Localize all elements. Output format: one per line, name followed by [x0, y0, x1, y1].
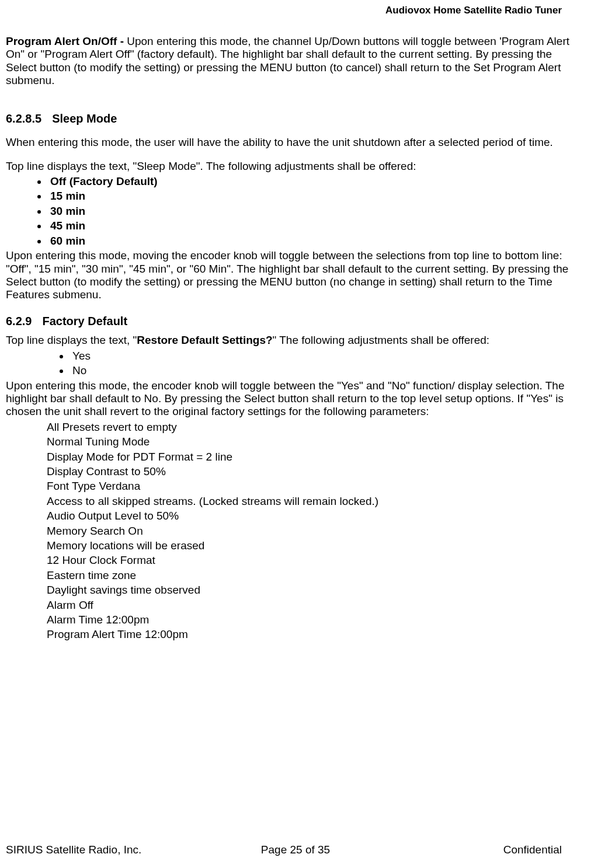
list-item: 15 min	[48, 190, 585, 203]
defaults-list: All Presets revert to empty Normal Tunin…	[47, 421, 585, 642]
text: Top line displays the text, "	[6, 334, 137, 346]
paragraph-sleep-behavior: Upon entering this mode, moving the enco…	[6, 249, 585, 302]
list-item: Alarm Time 12:00pm	[47, 613, 585, 626]
paragraph-restore-behavior: Upon entering this mode, the encoder kno…	[6, 379, 585, 419]
page: Audiovox Home Satellite Radio Tuner Prog…	[0, 0, 591, 868]
lead-label: Program Alert On/Off -	[6, 35, 127, 47]
list-item: Yes	[70, 350, 585, 362]
list-item: Display Contrast to 50%	[47, 465, 585, 478]
list-item: Off (Factory Default)	[48, 175, 585, 188]
yes-no-list: Yes No	[6, 350, 585, 378]
list-item: 45 min	[48, 219, 585, 232]
heading-sleep-mode: 6.2.8.5Sleep Mode	[6, 112, 585, 126]
paragraph-restore-topline: Top line displays the text, "Restore Def…	[6, 334, 585, 347]
footer-page-number: Page 25 of 35	[6, 843, 585, 856]
list-item: All Presets revert to empty	[47, 421, 585, 434]
list-item: 60 min	[48, 235, 585, 247]
list-item: Memory locations will be erased	[47, 539, 585, 552]
list-item: Daylight savings time observed	[47, 584, 585, 597]
list-item: Eastern time zone	[47, 569, 585, 582]
list-item: Normal Tuning Mode	[47, 435, 585, 448]
restore-question: Restore Default Settings?	[137, 334, 272, 346]
paragraph-program-alert: Program Alert On/Off - Upon entering thi…	[6, 35, 585, 88]
section-number: 6.2.8.5	[6, 112, 41, 125]
paragraph-sleep-intro: When entering this mode, the user will h…	[6, 136, 585, 149]
section-title: Factory Default	[42, 315, 127, 327]
footer-confidential: Confidential	[503, 843, 562, 856]
section-title: Sleep Mode	[52, 112, 117, 125]
list-item: No	[70, 364, 585, 377]
list-item: Memory Search On	[47, 525, 585, 538]
paragraph-sleep-topline: Top line displays the text, "Sleep Mode"…	[6, 160, 585, 173]
list-item: 30 min	[48, 205, 585, 218]
list-item: Font Type Verdana	[47, 480, 585, 493]
section-number: 6.2.9	[6, 315, 32, 327]
heading-factory-default: 6.2.9Factory Default	[6, 315, 585, 329]
page-header: Audiovox Home Satellite Radio Tuner	[6, 5, 585, 16]
text: " The following adjustments shall be off…	[273, 334, 489, 346]
list-item: 12 Hour Clock Format	[47, 554, 585, 567]
list-item: Audio Output Level to 50%	[47, 510, 585, 522]
list-item: Access to all skipped streams. (Locked s…	[47, 495, 585, 508]
list-item: Display Mode for PDT Format = 2 line	[47, 451, 585, 463]
list-item: Program Alert Time 12:00pm	[47, 628, 585, 641]
list-item: Alarm Off	[47, 599, 585, 612]
sleep-options-list: Off (Factory Default) 15 min 30 min 45 m…	[6, 175, 585, 247]
